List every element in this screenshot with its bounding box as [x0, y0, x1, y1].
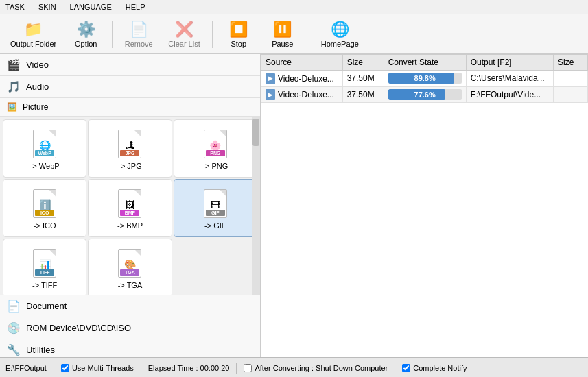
cell-progress-1: 77.6%	[384, 86, 466, 103]
menu-language[interactable]: LANGUAGE	[67, 1, 115, 12]
ico-file-icon: ℹ️ICO	[32, 188, 57, 219]
format-card-bmp[interactable]: 🖼BMP-> BMP	[88, 179, 172, 237]
scrollbar-track[interactable]	[252, 117, 260, 295]
video-label: Video	[26, 60, 49, 70]
col-source: Source	[261, 55, 343, 71]
cell-progress-0: 89.8%	[384, 71, 466, 87]
pause-button[interactable]: ⏸️ Pause	[262, 17, 303, 51]
after-converting-item[interactable]: After Converting : Shut Down Computer	[244, 364, 388, 372]
multi-threads-label: Use Multi-Threads	[72, 364, 134, 372]
sidebar-item-video[interactable]: 🎬 Video	[0, 54, 260, 76]
format-card-tga[interactable]: 🎨TGA-> TGA	[88, 239, 172, 295]
rom-label: ROM Device\DVD\CD\ISO	[26, 323, 131, 333]
tga-file-icon: 🎨TGA	[117, 248, 142, 278]
col-output-size: Size	[554, 55, 588, 71]
option-button[interactable]: ⚙️ Option	[65, 17, 106, 51]
status-bar: E:\FFOutput Use Multi-Threads Elapsed Ti…	[0, 357, 588, 377]
elapsed-item: Elapsed Time : 00:00:20	[148, 364, 230, 372]
progress-label: 89.8%	[388, 73, 462, 84]
toolbar: 📁 Output Folder ⚙️ Option 📄 Remove ❌ Cle…	[0, 14, 588, 54]
audio-icon: 🎵	[7, 80, 21, 93]
utilities-icon: 🔧	[7, 343, 21, 356]
complete-notify-item[interactable]: Complete Notify	[402, 364, 467, 372]
homepage-label: HomePage	[321, 40, 359, 48]
remove-button[interactable]: 📄 Remove	[118, 17, 159, 51]
bmp-label: -> BMP	[117, 221, 143, 230]
sidebar-item-document[interactable]: 📄 Document	[0, 295, 260, 317]
sidebar-item-audio[interactable]: 🎵 Audio	[0, 76, 260, 98]
tiff-file-icon: 📊TIFF	[32, 248, 57, 278]
cell-output-0: C:\Users\Malavida...	[466, 71, 553, 87]
output-folder-label: Output Folder	[10, 40, 56, 48]
progress-bar-wrap: 89.8%	[388, 73, 462, 84]
menu-bar: TASK SKIN LANGUAGE HELP	[0, 0, 588, 14]
cell-source-0: ▶ Video-Deluxe...	[261, 71, 343, 87]
elapsed-label: Elapsed Time : 00:00:20	[148, 364, 230, 372]
jpg-label: -> JPG	[118, 162, 142, 170]
right-panel: Source Size Convert State Output [F2] Si…	[261, 54, 588, 357]
format-card-png[interactable]: 🌸PNG-> PNG	[174, 119, 257, 178]
webp-badge: WebP	[35, 150, 54, 156]
document-icon: 📄	[7, 300, 21, 313]
after-converting-checkbox[interactable]	[244, 364, 252, 372]
tiff-badge: TIFF	[35, 269, 54, 276]
sidebar-item-picture[interactable]: 🖼️ Picture	[0, 98, 260, 117]
multi-threads-item[interactable]: Use Multi-Threads	[61, 364, 134, 372]
folder-icon: 📁	[24, 21, 43, 38]
complete-notify-label: Complete Notify	[413, 364, 467, 372]
utilities-label: Utilities	[26, 345, 55, 355]
sidebar-item-rom[interactable]: 💿 ROM Device\DVD\CD\ISO	[0, 317, 260, 339]
tiff-label: -> TIFF	[32, 281, 57, 289]
webp-label: -> WebP	[30, 162, 60, 170]
format-card-webp[interactable]: 🌐WebP-> WebP	[3, 119, 86, 178]
sidebar-item-utilities[interactable]: 🔧 Utilities	[0, 339, 260, 357]
format-card-gif[interactable]: 🎞GIF-> GIF	[174, 179, 257, 237]
progress-label: 77.6%	[388, 89, 462, 100]
homepage-icon: 🌐	[331, 21, 349, 38]
file-type-icon: ▶	[266, 89, 275, 100]
pause-icon: ⏸️	[273, 21, 292, 38]
clear-icon: ❌	[175, 21, 193, 38]
format-card-jpg[interactable]: 🏞JPG-> JPG	[88, 119, 172, 178]
table-row[interactable]: ▶ Video-Deluxe... 37.50M 89.8% C:\Users\…	[261, 71, 588, 87]
table-row[interactable]: ▶ Video-Deluxe... 37.50M 77.6% E:\FFOutp…	[261, 86, 588, 103]
menu-task[interactable]: TASK	[3, 1, 27, 12]
format-grid-container: 🌐WebP-> WebP🏞JPG-> JPG🌸PNG-> PNGℹ️ICO-> …	[0, 117, 260, 295]
file-type-icon: ▶	[266, 73, 275, 84]
format-card-tiff[interactable]: 📊TIFF-> TIFF	[3, 239, 86, 295]
clear-list-button[interactable]: ❌ Clear List	[162, 17, 206, 51]
homepage-button[interactable]: 🌐 HomePage	[315, 17, 365, 51]
multi-threads-checkbox[interactable]	[61, 364, 69, 372]
format-card-ico[interactable]: ℹ️ICO-> ICO	[3, 179, 86, 237]
complete-notify-checkbox[interactable]	[402, 364, 410, 372]
after-converting-label: After Converting : Shut Down Computer	[255, 364, 388, 372]
gif-file-icon: 🎞GIF	[203, 188, 228, 219]
tga-label: -> TGA	[118, 281, 143, 289]
png-file-icon: 🌸PNG	[203, 129, 228, 159]
menu-help[interactable]: HELP	[123, 1, 148, 12]
progress-bar-wrap: 77.6%	[388, 89, 462, 100]
status-sep1	[54, 363, 54, 374]
ico-label: -> ICO	[34, 221, 56, 230]
status-sep4	[395, 363, 395, 374]
webp-file-icon: 🌐WebP	[32, 129, 57, 159]
cell-size-1: 37.50M	[342, 86, 384, 103]
remove-icon: 📄	[130, 21, 148, 38]
menu-skin[interactable]: SKIN	[36, 1, 59, 12]
scrollbar-thumb[interactable]	[252, 119, 259, 146]
remove-label: Remove	[125, 40, 153, 48]
format-grid: 🌐WebP-> WebP🏞JPG-> JPG🌸PNG-> PNGℹ️ICO-> …	[0, 117, 260, 295]
video-icon: 🎬	[7, 58, 21, 71]
cell-output-size-0	[554, 71, 588, 87]
sep1	[112, 21, 113, 48]
option-label: Option	[75, 40, 97, 48]
sep2	[212, 21, 213, 48]
output-path: E:\FFOutput	[5, 364, 47, 372]
status-sep3	[236, 363, 237, 374]
stop-button[interactable]: ⏹️ Stop	[218, 17, 259, 51]
ico-badge: ICO	[35, 210, 54, 216]
tga-badge: TGA	[120, 269, 139, 276]
picture-icon: 🖼️	[7, 102, 17, 112]
gif-label: -> GIF	[204, 221, 226, 230]
output-folder-button[interactable]: 📁 Output Folder	[4, 17, 62, 51]
